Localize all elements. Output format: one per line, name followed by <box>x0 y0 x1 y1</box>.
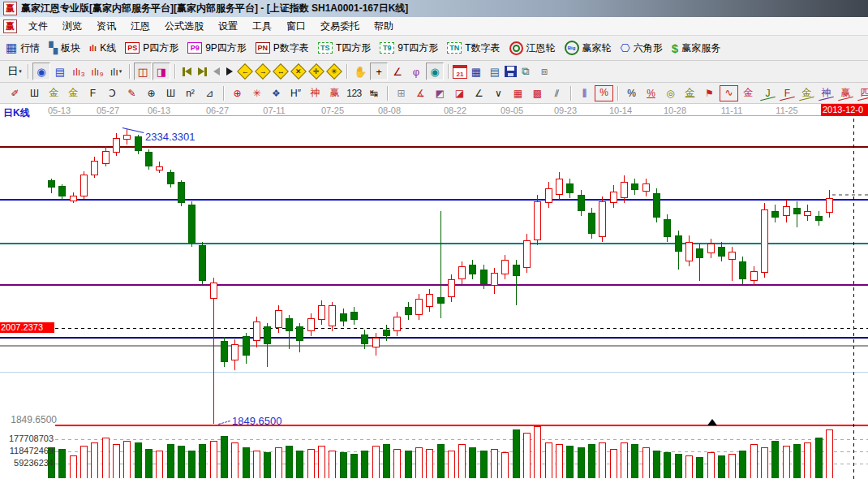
tool-pin-pen[interactable]: ✎ <box>122 85 141 101</box>
tool-four-angle[interactable]: 四 <box>856 85 868 101</box>
tool-span-arrows[interactable]: ↹ <box>364 85 383 101</box>
tool-gold-grid-2[interactable]: 金 <box>64 85 83 101</box>
tool-zoom-left[interactable]: ← <box>237 63 253 80</box>
menu-item-1[interactable]: 文件 <box>21 18 55 35</box>
tool-p-square[interactable]: PSP四方形 <box>125 41 178 55</box>
tool-v-dotted[interactable]: ∨ <box>489 85 508 101</box>
tool-shen-grid[interactable]: 神 <box>306 85 324 101</box>
tool-fan-box-1[interactable]: ◩ <box>431 85 449 101</box>
tool-gold-red[interactable]: 金 <box>739 85 758 101</box>
tool-web-red[interactable]: ✳ <box>247 85 266 101</box>
menu-item-5[interactable]: 公式选股 <box>157 18 211 35</box>
tool-angle-measure[interactable]: ∠ <box>389 63 406 80</box>
tool-angle-lines[interactable]: ∠ <box>470 85 488 101</box>
tool-zoom-horizontal[interactable]: ↔ <box>273 63 289 80</box>
tool-calendar[interactable]: 21 <box>453 65 467 79</box>
tool-fan-box-2[interactable]: ◪ <box>450 85 469 101</box>
tool-pattern[interactable]: ◫ <box>134 63 152 80</box>
tool-ying-grid[interactable]: 赢 <box>325 85 344 101</box>
tool-interval-day[interactable]: 日▾ <box>6 63 24 80</box>
tool-flag-pen[interactable]: ⚑ <box>700 85 719 101</box>
tool-draw-pen[interactable]: ✐ <box>6 85 24 101</box>
menu-item-7[interactable]: 工具 <box>245 18 279 35</box>
candle <box>675 235 682 252</box>
tool-9p-square[interactable]: P99P四方形 <box>187 41 247 55</box>
tool-memo[interactable]: ▤ <box>486 63 504 80</box>
tool-web-box[interactable]: ❖ <box>267 85 286 101</box>
tool-winner-wheel[interactable]: Big赢家轮 <box>565 41 612 55</box>
tool-gold-circle[interactable]: ◎ <box>661 85 680 101</box>
tool-chart-zigzag[interactable]: ◉ <box>32 63 50 80</box>
tool-gann-tool[interactable]: φ <box>407 63 425 80</box>
tool-smart-select[interactable]: ◉ <box>426 63 444 80</box>
tool-save[interactable] <box>505 66 517 77</box>
tool-line-fan[interactable]: ⫽ <box>548 85 566 101</box>
menu-item-2[interactable]: 浏览 <box>55 18 89 35</box>
tool-f-grid[interactable]: F <box>84 85 102 101</box>
tool-target-cross[interactable]: ⊕ <box>228 85 247 101</box>
tool-volume-profile[interactable]: ◨ <box>153 63 170 80</box>
tool-sectors[interactable]: ▚板块 <box>49 41 80 55</box>
tool-comb-2[interactable]: Ш <box>161 85 180 101</box>
tool-gold-angle[interactable]: 金 <box>797 85 816 101</box>
tool-percent-box[interactable]: % <box>595 85 613 101</box>
tool-skip-last[interactable] <box>198 67 207 76</box>
tool-grid-red-box[interactable]: ▩ <box>528 85 547 101</box>
tool-comb[interactable]: Ш <box>25 85 44 101</box>
tool-kline[interactable]: ılıK线 <box>89 41 116 55</box>
tool-spiral[interactable]: Ↄ <box>103 85 122 101</box>
tool-remote-pc[interactable]: ⧈ <box>535 63 553 80</box>
tool-shen-angle[interactable]: 神 <box>817 85 836 101</box>
menu-item-3[interactable]: 资讯 <box>89 18 123 35</box>
tool-t-square[interactable]: TST四方形 <box>318 41 371 55</box>
chart-canvas[interactable] <box>0 104 868 479</box>
tool-page-back[interactable] <box>213 67 220 76</box>
tool-percent-line[interactable]: % <box>642 85 660 101</box>
tool-crosshair[interactable]: + <box>370 63 388 80</box>
tool-wave-box[interactable]: ∿ <box>720 85 738 101</box>
tool-kline-3[interactable]: ılı₃ <box>70 63 88 80</box>
tool-kline-style[interactable]: ılı▾ <box>107 63 125 80</box>
tool-zoom-cross[interactable]: ✕ <box>290 63 307 80</box>
menu-item-8[interactable]: 窗口 <box>279 18 313 35</box>
tool-f-angle[interactable]: F <box>778 85 797 101</box>
menu-item-6[interactable]: 设置 <box>211 18 245 35</box>
tool-grid-red[interactable]: ▦ <box>509 85 527 101</box>
menu-item-4[interactable]: 江恩 <box>123 18 157 35</box>
tool-quotes[interactable]: ▦行情 <box>6 41 40 55</box>
tool-fan-red[interactable]: ∡ <box>411 85 430 101</box>
candle <box>80 175 88 196</box>
tool-ruler-123[interactable]: 123 <box>345 85 363 101</box>
tool-percent[interactable]: % <box>622 85 641 101</box>
tool-winner-service[interactable]: $赢家服务 <box>672 41 720 55</box>
tool-9t-square[interactable]: T99T四方形 <box>380 41 438 55</box>
tool-p-number[interactable]: PNP数字表 <box>256 41 309 55</box>
tool-calculator[interactable]: ▦ <box>467 63 485 80</box>
tool-page-fwd[interactable] <box>226 67 233 76</box>
tool-ying-angle[interactable]: 赢 <box>836 85 855 101</box>
tool-gold-grid-1[interactable]: 金 <box>45 85 63 101</box>
menu-item-9[interactable]: 交易委托 <box>313 18 367 35</box>
menu-item-10[interactable]: 帮助 <box>367 18 401 35</box>
volume-axis-label: 118472469 <box>6 446 54 455</box>
tool-box-lines[interactable]: ⊞ <box>392 85 410 101</box>
tool-n-square[interactable]: n² <box>181 85 200 101</box>
tool-zoom-plus[interactable]: ✛ <box>308 63 324 80</box>
tool-net-sync[interactable]: ⧉ <box>517 63 535 80</box>
tool-kline-9[interactable]: ılı₉ <box>88 63 106 80</box>
tool-hist-lines[interactable]: ⫼ <box>575 85 594 101</box>
tool-gold-line[interactable]: 金 <box>681 85 699 101</box>
tool-pan-hand[interactable]: ✋ <box>351 63 369 80</box>
tool-angle-ruler[interactable]: ⊿ <box>200 85 219 101</box>
tool-chart-notes[interactable]: ▤ <box>51 63 69 80</box>
tool-h-marks[interactable]: Н″ <box>286 85 305 101</box>
tool-t-number[interactable]: TNT数字表 <box>447 41 500 55</box>
tool-zoom-right[interactable]: → <box>255 63 271 80</box>
tool-time-circle[interactable]: ⊕ <box>142 85 161 101</box>
tool-skip-first[interactable] <box>183 67 191 76</box>
volume-bar <box>437 444 445 478</box>
tool-zoom-all[interactable]: ✳ <box>326 63 342 80</box>
tool-hexagon[interactable]: ⎔六角形 <box>621 41 663 55</box>
tool-gann-wheel[interactable]: 江恩轮 <box>509 41 556 55</box>
tool-j-angle[interactable]: J <box>758 85 777 101</box>
